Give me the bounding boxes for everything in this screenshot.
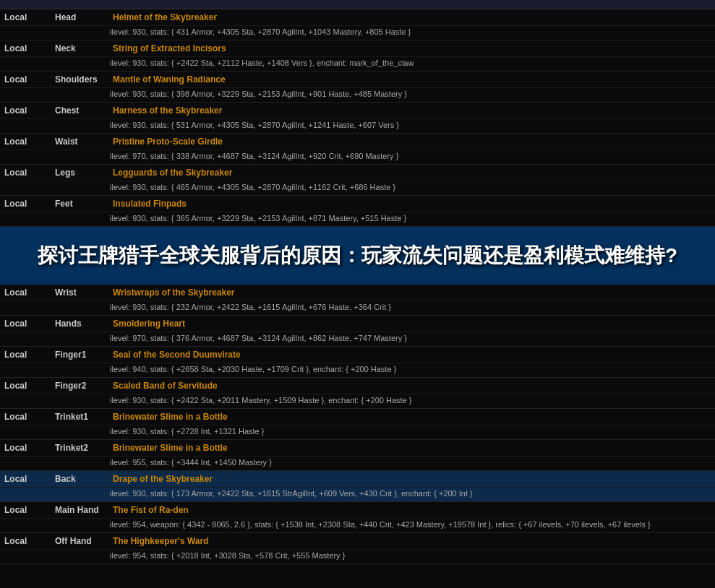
item-name-cell[interactable]: String of Extracted Incisors	[108, 40, 715, 57]
source-cell: Local	[0, 9, 51, 26]
item-name-cell[interactable]: The Highkeeper's Ward	[108, 533, 715, 550]
item-name-cell[interactable]: Drape of the Skybreaker	[108, 471, 715, 488]
stat-row: ilevel: 930, stats: { 232 Armor, +2422 S…	[0, 301, 715, 316]
item-name-cell[interactable]: Smoldering Heart	[108, 316, 715, 332]
stat-cell: ilevel: 930, stats: { +2728 Int, +1321 H…	[0, 425, 715, 440]
slot-cell: Off Hand	[51, 533, 108, 550]
source-cell: Local	[0, 533, 51, 550]
item-link[interactable]: The Highkeeper's Ward	[113, 536, 208, 546]
item-link[interactable]: Brinewater Slime in a Bottle	[113, 412, 228, 422]
stat-row: ilevel: 954, stats: { +2018 Int, +3028 S…	[0, 550, 715, 564]
table-row: LocalHandsSmoldering Heart	[0, 316, 715, 332]
item-link[interactable]: Harness of the Skybreaker	[113, 105, 222, 116]
stat-cell: ilevel: 930, stats: { 398 Armor, +3229 S…	[0, 88, 715, 103]
slot-cell: Waist	[51, 134, 108, 150]
header-row	[0, 0, 715, 9]
item-name-cell[interactable]: Brinewater Slime in a Bottle	[108, 409, 715, 425]
table-row: LocalFinger1Seal of the Second Duumvirat…	[0, 347, 715, 363]
slot-cell: Feet	[51, 196, 108, 212]
item-link[interactable]: Pristine Proto-Scale Girdle	[113, 137, 223, 147]
table-row: LocalTrinket1Brinewater Slime in a Bottl…	[0, 409, 715, 425]
stat-row: ilevel: 930, stats: { +2728 Int, +1321 H…	[0, 425, 715, 440]
stat-cell: ilevel: 930, stats: { 232 Armor, +2422 S…	[0, 301, 715, 316]
item-link[interactable]: Mantle of Waning Radiance	[113, 74, 226, 85]
stat-cell: ilevel: 940, stats: { +2658 Sta, +2030 H…	[0, 363, 715, 378]
gear-table: LocalHeadHelmet of the Skybreakerilevel:…	[0, 9, 715, 564]
item-link[interactable]: String of Extracted Incisors	[113, 43, 226, 53]
stat-cell: ilevel: 970, stats: { 376 Armor, +4687 S…	[0, 332, 715, 347]
stat-row: ilevel: 930, stats: { 465 Armor, +4305 S…	[0, 181, 715, 196]
stat-row: ilevel: 930, stats: { 365 Armor, +3229 S…	[0, 212, 715, 227]
stat-row: ilevel: 930, stats: { 398 Armor, +3229 S…	[0, 88, 715, 103]
slot-cell: Wrist	[51, 285, 108, 301]
source-cell: Local	[0, 316, 51, 332]
source-cell: Local	[0, 440, 51, 457]
table-row: LocalFeetInsulated Finpads	[0, 196, 715, 212]
item-link[interactable]: Brinewater Slime in a Bottle	[113, 443, 228, 453]
overlay-row: 探讨王牌猎手全球关服背后的原因：玩家流失问题还是盈利模式难维持?	[0, 227, 715, 285]
item-name-cell[interactable]: Legguards of the Skybreaker	[108, 165, 715, 181]
table-row: LocalMain HandThe Fist of Ra-den	[0, 502, 715, 519]
item-name-cell[interactable]: Brinewater Slime in a Bottle	[108, 440, 715, 457]
slot-cell: Trinket2	[51, 440, 108, 457]
stat-row: ilevel: 970, stats: { 338 Armor, +4687 S…	[0, 150, 715, 165]
table-row: LocalFinger2Scaled Band of Servitude	[0, 378, 715, 394]
source-cell: Local	[0, 347, 51, 363]
stat-row: ilevel: 930, stats: { 173 Armor, +2422 S…	[0, 488, 715, 502]
slot-cell: Head	[51, 9, 108, 26]
stat-row: ilevel: 930, stats: { +2422 Sta, +2112 H…	[0, 57, 715, 72]
item-link[interactable]: Scaled Band of Servitude	[113, 381, 218, 391]
item-name-cell[interactable]: Wristwraps of the Skybreaker	[108, 285, 715, 301]
stat-cell: ilevel: 930, stats: { +2422 Sta, +2011 M…	[0, 394, 715, 409]
slot-cell: Back	[51, 471, 108, 488]
stat-cell: ilevel: 930, stats: { 531 Armor, +4305 S…	[0, 119, 715, 134]
item-link[interactable]: The Fist of Ra-den	[113, 505, 189, 515]
table-row: LocalWristWristwraps of the Skybreaker	[0, 285, 715, 301]
slot-cell: Chest	[51, 103, 108, 119]
table-row: LocalHeadHelmet of the Skybreaker	[0, 9, 715, 26]
item-name-cell[interactable]: The Fist of Ra-den	[108, 502, 715, 519]
item-link[interactable]: Drape of the Skybreaker	[113, 474, 213, 484]
source-cell: Local	[0, 40, 51, 57]
stat-cell: ilevel: 970, stats: { 338 Armor, +4687 S…	[0, 150, 715, 165]
item-name-cell[interactable]: Harness of the Skybreaker	[108, 103, 715, 119]
source-cell: Local	[0, 285, 51, 301]
stat-row: ilevel: 940, stats: { +2658 Sta, +2030 H…	[0, 363, 715, 378]
item-link[interactable]: Wristwraps of the Skybreaker	[113, 287, 235, 298]
item-link[interactable]: Seal of the Second Duumvirate	[113, 350, 241, 360]
stat-cell: ilevel: 930, stats: { 365 Armor, +3229 S…	[0, 212, 715, 227]
stat-cell: ilevel: 930, stats: { +2422 Sta, +2112 H…	[0, 57, 715, 72]
table-row: LocalTrinket2Brinewater Slime in a Bottl…	[0, 440, 715, 457]
stat-row: ilevel: 930, stats: { 431 Armor, +4305 S…	[0, 26, 715, 40]
item-name-cell[interactable]: Mantle of Waning Radiance	[108, 72, 715, 88]
stat-cell: ilevel: 954, weapon: { 4342 - 8065, 2.6 …	[0, 519, 715, 533]
table-row: LocalNeckString of Extracted Incisors	[0, 40, 715, 57]
item-name-cell[interactable]: Scaled Band of Servitude	[108, 378, 715, 394]
table-row: LocalChestHarness of the Skybreaker	[0, 103, 715, 119]
item-name-cell[interactable]: Pristine Proto-Scale Girdle	[108, 134, 715, 150]
stat-row: ilevel: 954, weapon: { 4342 - 8065, 2.6 …	[0, 519, 715, 533]
item-name-cell[interactable]: Insulated Finpads	[108, 196, 715, 212]
source-cell: Local	[0, 103, 51, 119]
item-link[interactable]: Smoldering Heart	[113, 319, 185, 329]
stat-cell: ilevel: 930, stats: { 465 Armor, +4305 S…	[0, 181, 715, 196]
item-name-cell[interactable]: Seal of the Second Duumvirate	[108, 347, 715, 363]
stat-cell: ilevel: 955, stats: { +3444 Int, +1450 M…	[0, 457, 715, 471]
source-cell: Local	[0, 409, 51, 425]
slot-cell: Hands	[51, 316, 108, 332]
item-name-cell[interactable]: Helmet of the Skybreaker	[108, 9, 715, 26]
slot-cell: Legs	[51, 165, 108, 181]
item-link[interactable]: Helmet of the Skybreaker	[113, 12, 217, 22]
overlay-text: 探讨王牌猎手全球关服背后的原因：玩家流失问题还是盈利模式难维持?	[38, 243, 677, 269]
item-link[interactable]: Legguards of the Skybreaker	[113, 168, 232, 178]
table-row: LocalOff HandThe Highkeeper's Ward	[0, 533, 715, 550]
stat-row: ilevel: 970, stats: { 376 Armor, +4687 S…	[0, 332, 715, 347]
source-cell: Local	[0, 165, 51, 181]
stat-row: ilevel: 955, stats: { +3444 Int, +1450 M…	[0, 457, 715, 471]
stat-cell: ilevel: 954, stats: { +2018 Int, +3028 S…	[0, 550, 715, 564]
table-row: LocalWaistPristine Proto-Scale Girdle	[0, 134, 715, 150]
item-link[interactable]: Insulated Finpads	[113, 199, 187, 209]
table-row: LocalBackDrape of the Skybreaker	[0, 471, 715, 488]
stat-row: ilevel: 930, stats: { +2422 Sta, +2011 M…	[0, 394, 715, 409]
table-row: LocalShouldersMantle of Waning Radiance	[0, 72, 715, 88]
